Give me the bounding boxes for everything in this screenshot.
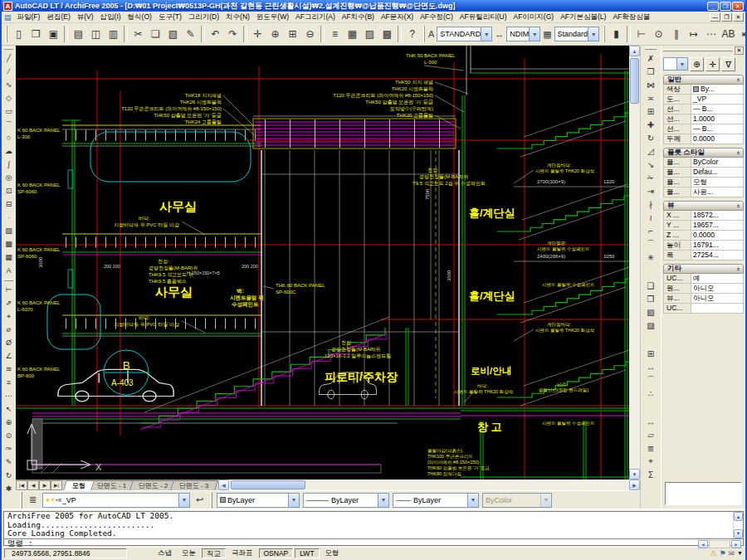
undo-button[interactable]: ↶ <box>207 26 224 43</box>
chevron-down-icon[interactable]: ▼ <box>288 494 299 507</box>
open-button[interactable]: ❒ <box>27 26 45 43</box>
scroll-up-icon[interactable]: ▲ <box>629 46 640 56</box>
dim-diameter-button[interactable]: Ø <box>2 336 16 349</box>
doc-restore-icon[interactable]: ❐ <box>721 12 732 22</box>
dim-continue-button[interactable]: ⋯ <box>2 389 16 402</box>
pan-button[interactable]: ✛ <box>249 26 266 43</box>
dim-radius-button[interactable]: ⌀ <box>2 323 16 336</box>
new-button[interactable]: ▯ <box>10 26 27 43</box>
dim-style-icon[interactable]: ↔ <box>494 27 505 42</box>
palette-section-기타[interactable]: 기타« <box>663 264 744 274</box>
linetype-combo[interactable]: ——— ByLayer ▼ <box>303 493 389 508</box>
palette-section-일반[interactable]: 일반« <box>663 75 744 85</box>
status-tray-chevron-icon[interactable]: ▼ <box>737 550 743 556</box>
explode-button[interactable]: ✳ <box>642 251 659 264</box>
offset-button[interactable]: ≍ <box>642 91 659 105</box>
rotate-button[interactable]: ↻ <box>642 131 659 144</box>
save-button[interactable]: ▣ <box>45 26 62 43</box>
property-value[interactable]: 모형 <box>691 178 743 187</box>
toolbar-grip[interactable] <box>4 279 13 281</box>
menu-AF기본심볼[interactable]: AF기본심볼(L) <box>557 12 609 23</box>
palette-section-뷰[interactable]: 뷰« <box>663 201 744 211</box>
redo-button[interactable]: ↷ <box>224 26 242 43</box>
area-button[interactable]: ▱ <box>642 428 659 441</box>
property-value[interactable]: 1.0000 <box>691 114 743 124</box>
stretch-button[interactable]: ↘ <box>642 158 659 171</box>
chevron-down-icon[interactable]: ▼ <box>676 58 687 70</box>
arc-button[interactable]: ⌒ <box>2 118 16 131</box>
leader-button[interactable]: ↖ <box>2 402 16 416</box>
publish-button[interactable]: ▥ <box>105 26 122 43</box>
dim-offset-button[interactable]: ∥ <box>667 26 685 43</box>
arc-edit-button[interactable]: ⌒ <box>642 373 659 387</box>
toolbar-grip[interactable] <box>20 492 22 509</box>
palette-grip[interactable] <box>663 49 733 51</box>
markup-button[interactable]: ▩ <box>378 26 396 43</box>
plot-preview-button[interactable]: ◫ <box>87 26 105 43</box>
lineweight-combo[interactable]: —— ByLayer ▼ <box>393 493 479 508</box>
coordinate-readout[interactable]: 24973.6568, 27951.8846 <box>4 548 127 558</box>
line-button[interactable]: ╱ <box>2 51 16 65</box>
property-value[interactable]: 16791... <box>691 241 743 250</box>
make-block-button[interactable]: ⊟ <box>2 197 16 211</box>
copy-object-button[interactable]: ❐ <box>642 65 659 78</box>
dim-linear-button[interactable]: ⊢ <box>2 283 16 296</box>
insert-block-button[interactable]: ⊡ <box>2 184 16 197</box>
object-type-combo[interactable]: ▼ <box>663 57 688 71</box>
doc-close-icon[interactable]: ✕ <box>733 12 744 22</box>
property-value[interactable]: 사용... <box>691 187 743 197</box>
dim-update-button[interactable]: ↻ <box>2 469 16 482</box>
collapse-icon[interactable]: « <box>734 267 741 270</box>
menu-삽입[interactable]: 삽입(I) <box>97 12 124 23</box>
dim-angular-button[interactable]: ∠ <box>2 349 16 363</box>
canvas-vscrollbar[interactable]: ▲ ▼ <box>629 46 640 480</box>
draworder-back-button[interactable]: ❒ <box>642 292 659 305</box>
scroll-down-icon[interactable]: ▼ <box>734 529 743 538</box>
draworder-above-button[interactable]: ▧ <box>642 305 659 319</box>
scroll-up-icon[interactable]: ▲ <box>734 512 743 521</box>
menu-치수[interactable]: 치수(N) <box>222 12 253 23</box>
table-button[interactable]: ▦ <box>2 251 16 264</box>
toggle-LWT[interactable]: LWT <box>295 548 319 558</box>
dim-quick-button[interactable]: ≋ <box>2 363 16 376</box>
layer-previous-icon[interactable]: ↩ <box>192 492 208 508</box>
menu-AF확장심볼[interactable]: AF확장심볼 <box>609 12 653 23</box>
erase-button[interactable]: ✗ <box>642 51 659 65</box>
dim-center-mark-button[interactable]: ⊙ <box>650 26 667 43</box>
menu-도구[interactable]: 도구(T) <box>155 12 185 23</box>
dim-style-button[interactable]: ✱ <box>2 482 16 495</box>
communication-center-icon[interactable]: ⚑ <box>719 549 725 558</box>
palette-close-icon[interactable]: ✕ <box>735 46 744 55</box>
scroll-right-icon[interactable]: ▶ <box>731 540 741 548</box>
toolbar-grip[interactable] <box>603 26 605 42</box>
minimize-icon[interactable]: _ <box>707 2 719 11</box>
copy-button[interactable]: ❏ <box>147 26 164 43</box>
menu-AF치수[interactable]: AF치수(B) <box>339 12 378 23</box>
menu-AF문자[interactable]: AF문자(X) <box>378 12 417 23</box>
center-mark-button[interactable]: ⊙ <box>2 429 16 442</box>
property-value[interactable]: 예 <box>691 274 743 283</box>
hatch-button[interactable]: ▨ <box>2 224 16 237</box>
property-value[interactable]: 18572... <box>691 211 743 220</box>
scroll-right-icon[interactable]: ▶ <box>629 480 640 490</box>
message-icon[interactable]: ✉ <box>729 549 735 558</box>
vscroll-thumb[interactable] <box>630 58 639 104</box>
drawing-canvas[interactable]: 사무실사무실홀/계단실홀/계단실피로티/주차장로비/안내창 고THK18 지지패… <box>16 46 629 480</box>
next-tab-icon[interactable]: ▶ <box>39 480 51 490</box>
property-value[interactable]: 아니오 <box>691 294 743 303</box>
toggle-스냅[interactable]: 스냅 <box>154 548 176 558</box>
text-style-icon[interactable]: A <box>427 27 435 42</box>
dim-chain-button[interactable]: ⋯ <box>702 26 720 43</box>
command-history[interactable]: ArchiFree 2005 for AutoCAD LT 2005.Loadi… <box>4 512 733 538</box>
toolbar-grip[interactable] <box>6 26 7 42</box>
hscroll-thumb[interactable] <box>231 480 305 489</box>
property-value[interactable]: — B... <box>691 124 743 134</box>
region-button[interactable]: ▩ <box>2 237 16 251</box>
collapse-icon[interactable]: « <box>734 151 741 154</box>
chevron-down-icon[interactable]: ▼ <box>588 27 598 41</box>
property-value[interactable]: _VP <box>691 95 743 104</box>
toolbar-grip[interactable] <box>210 492 212 509</box>
help-button[interactable]: ? <box>403 26 421 43</box>
toggle-직교[interactable]: 직교 <box>202 548 226 558</box>
tolerance-button[interactable]: ⊕ <box>2 416 16 429</box>
